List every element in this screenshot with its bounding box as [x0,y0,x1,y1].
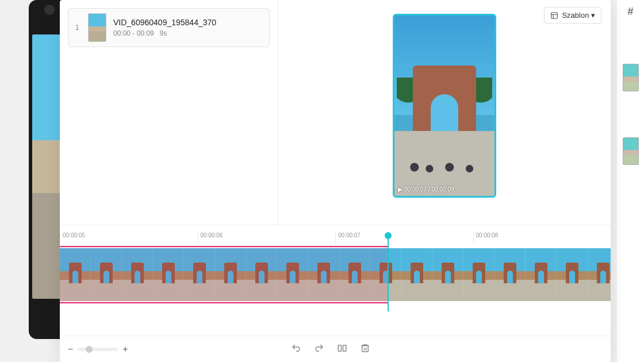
clip-thumbnail [88,13,106,42]
template-icon [550,11,558,20]
undo-button[interactable] [291,343,301,356]
timeline-frame [308,248,339,301]
sidebar-thumb[interactable] [623,137,639,165]
svg-rect-2 [343,345,346,351]
trash-icon [360,343,370,353]
clip-list-panel: 1 VID_60960409_195844_370 00:00 - 00:09 … [60,0,278,225]
editor-upper: 1 VID_60960409_195844_370 00:00 - 00:09 … [60,0,611,225]
timeline-frame [557,248,588,301]
ruler-tick: 00:00:06 [198,232,336,245]
play-icon[interactable]: ▶ [398,186,402,192]
timeline-frame [463,248,494,301]
preview-total-time: 00:00:09 [432,186,454,192]
video-preview[interactable]: ▶ 00:00:07/00:00:09 [393,14,496,198]
redo-icon [314,343,324,353]
redo-button[interactable] [314,343,324,356]
timeline-frame [122,248,153,301]
zoom-control: − + [68,344,128,355]
timeline-frame [153,248,184,301]
timeline-frame [339,248,370,301]
timeline-frames [60,248,611,301]
timeline-ruler[interactable]: 00:00:05 00:00:06 00:00:07 00:00:08 [60,232,611,245]
timeline-frame [184,248,215,301]
timeline-panel: 00:00:05 00:00:06 00:00:07 00:00:08 [60,225,611,336]
clip-duration: 9s [160,29,167,37]
edit-tools [291,343,370,356]
editor-modal: 1 VID_60960409_195844_370 00:00 - 00:09 … [60,0,611,362]
timeline-frame [277,248,308,301]
ruler-tick: 00:00:07 [335,232,473,245]
zoom-out-button[interactable]: − [68,344,73,355]
timeline-frame [526,248,557,301]
playhead[interactable] [388,237,389,311]
timeline-frame [60,248,91,301]
delete-button[interactable] [360,343,370,356]
zoom-slider[interactable] [78,348,118,351]
clip-time-range: 00:00 - 00:09 [113,29,154,37]
ruler-tick: 00:00:08 [473,232,611,245]
template-button-label: Szablon ▾ [562,11,595,20]
timeline-frame [432,248,463,301]
svg-rect-1 [339,345,342,351]
timeline-frame [91,248,122,301]
split-button[interactable] [337,343,347,356]
svg-rect-0 [551,12,558,18]
hash-tab[interactable]: # [617,6,644,18]
timeline-frame [494,248,526,301]
clip-meta: VID_60960409_195844_370 00:00 - 00:09 9s [113,18,216,37]
preview-people [394,153,494,182]
preview-monument [413,66,476,134]
clip-index: 1 [75,24,81,32]
clip-title: VID_60960409_195844_370 [113,18,216,27]
zoom-slider-thumb[interactable] [86,346,93,353]
split-icon [337,343,347,353]
timeline-frame [370,248,401,301]
sidebar-thumb[interactable] [623,64,639,91]
svg-rect-3 [362,345,369,352]
timeline-frame [401,248,432,301]
ruler-tick: 00:00:05 [60,232,198,245]
zoom-in-button[interactable]: + [122,344,128,355]
timeline-frame [215,248,246,301]
editor-bottom-toolbar: − + [60,336,611,362]
undo-icon [291,343,301,353]
preview-panel: Szablon ▾ ▶ 00:00:07/00:00:09 [278,0,611,225]
timeline-frame [588,248,611,301]
clip-item[interactable]: 1 VID_60960409_195844_370 00:00 - 00:09 … [68,8,270,47]
preview-time-overlay: ▶ 00:00:07/00:00:09 [398,186,454,192]
template-button[interactable]: Szablon ▾ [544,7,601,24]
right-sidebar: # [616,0,644,362]
device-camera [44,5,55,15]
timeline-track[interactable] [60,248,611,301]
preview-current-time: 00:00:07 [404,186,427,192]
timeline-frame [246,248,277,301]
